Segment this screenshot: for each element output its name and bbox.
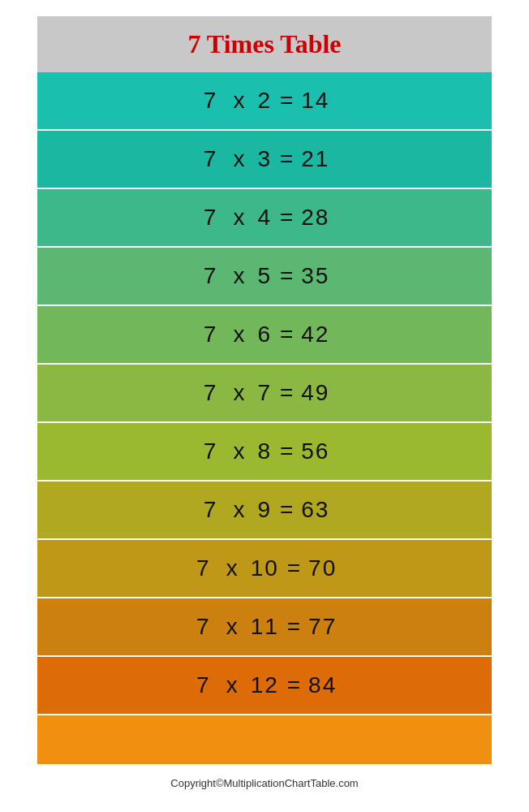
table-row: 7 x 5 = 35	[37, 248, 492, 306]
equation: 7 x 10 = 70	[183, 555, 346, 581]
footer: Copyright©MultiplicationChartTable.com	[170, 777, 358, 789]
table-row: 7 x 10 = 70	[37, 540, 492, 598]
equation: 7 x 9 = 63	[183, 497, 346, 523]
page-title: 7 Times Table	[45, 29, 484, 59]
table-row: 7 x 9 = 63	[37, 482, 492, 540]
table-row: 7 x 3 = 21	[37, 131, 492, 189]
table-row: 7 x 8 = 56	[37, 423, 492, 482]
equation: 7 x 11 = 77	[183, 614, 346, 640]
equation: 7 x 2 = 14	[183, 88, 346, 114]
equation: 7 x 12 = 84	[183, 672, 346, 698]
equation: 7 x 6 = 42	[183, 322, 346, 348]
main-container: 7 Times Table 7 x 2 = 14 7 x 3 = 21 7	[37, 16, 492, 764]
table-row: 7 x 4 = 28	[37, 189, 492, 248]
table-row: 7 x 12 = 84	[37, 657, 492, 715]
equation: 7 x 4 = 28	[183, 205, 346, 231]
equation: 7 x 8 = 56	[183, 438, 346, 464]
equation: 7 x 7 = 49	[183, 380, 346, 406]
title-bar: 7 Times Table	[37, 16, 492, 72]
equation: 7 x 5 = 35	[183, 263, 346, 289]
table-row: 7 x 11 = 77	[37, 598, 492, 657]
table-row: 7 x 6 = 42	[37, 306, 492, 365]
equation: 7 x 3 = 21	[183, 146, 346, 172]
table-row: 7 x 2 = 14	[37, 72, 492, 131]
table-row	[37, 715, 492, 764]
table-row: 7 x 7 = 49	[37, 365, 492, 423]
times-table: 7 x 2 = 14 7 x 3 = 21 7 x 4 = 28	[37, 72, 492, 764]
